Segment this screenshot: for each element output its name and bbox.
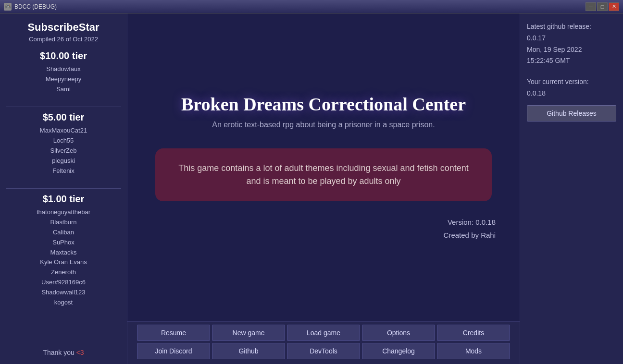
window-controls: ─ □ ✕ [586, 2, 619, 11]
github-button[interactable]: Github [212, 343, 285, 359]
window-title: BDCC (DEBUG) [14, 3, 586, 10]
sidebar-title: SubscribeStar [6, 21, 121, 34]
current-version-info: Your current version: 0.0.18 [527, 76, 616, 99]
left-sidebar: SubscribeStar Compiled 26 of Oct 2022 $1… [0, 13, 127, 364]
game-subtitle: An erotic text-based rpg about being a p… [212, 121, 435, 129]
credits-button[interactable]: Credits [437, 325, 510, 341]
maximize-button[interactable]: □ [597, 2, 608, 11]
right-sidebar: Latest github release: 0.0.17 Mon, 19 Se… [520, 13, 623, 364]
title-bar: 🎮 BDCC (DEBUG) ─ □ ✕ [0, 0, 623, 13]
warning-box: This game contains a lot of adult themes… [155, 148, 492, 201]
tier-3-members: thatoneguyatthebarBlastburnCalibanSuPhox… [6, 207, 121, 307]
github-releases-button[interactable]: Github Releases [527, 105, 616, 121]
mods-button[interactable]: Mods [437, 343, 510, 359]
tier-1-members: ShadowfauxMeepyneepySami [6, 64, 121, 94]
options-button[interactable]: Options [362, 325, 435, 341]
version-label: Version: 0.0.18 [444, 216, 496, 229]
app-icon: 🎮 [4, 3, 12, 11]
button-row-1: Resume New game Load game Options Credit… [132, 325, 515, 341]
created-by: Created by Rahi [444, 229, 496, 242]
divider-2 [6, 188, 121, 189]
release-info: Latest github release: 0.0.17 Mon, 19 Se… [527, 21, 616, 67]
thank-you: Thank you <3 [6, 344, 121, 356]
divider-1 [6, 107, 121, 107]
close-button[interactable]: ✕ [609, 2, 619, 11]
load-game-button[interactable]: Load game [287, 325, 360, 341]
main-content: SubscribeStar Compiled 26 of Oct 2022 $1… [0, 13, 623, 364]
game-title: Broken Dreams Correctional Center [181, 94, 466, 115]
resume-button[interactable]: Resume [137, 325, 210, 341]
latest-release-label: Latest github release: [527, 23, 591, 30]
game-main: Broken Dreams Correctional Center An ero… [127, 13, 520, 321]
current-version-value: 0.0.18 [527, 89, 546, 97]
heart-icon: <3 [76, 349, 84, 356]
current-version-label: Your current version: [527, 78, 589, 85]
center-area: Broken Dreams Correctional Center An ero… [127, 13, 520, 364]
version-info: Version: 0.0.18 Created by Rahi [444, 216, 505, 242]
devtools-button[interactable]: DevTools [287, 343, 360, 359]
tier-2-title: $5.00 tier [6, 112, 121, 123]
tier-1-title: $10.00 tier [6, 50, 121, 61]
changelog-button[interactable]: Changelog [362, 343, 435, 359]
join-discord-button[interactable]: Join Discord [137, 343, 210, 359]
tier-3-title: $1.00 tier [6, 194, 121, 205]
tier-2-members: MaxMaxouCat21Loch55SilverZebpieguskiFelt… [6, 126, 121, 176]
thank-you-text: Thank you [43, 349, 74, 356]
minimize-button[interactable]: ─ [586, 2, 596, 11]
latest-version: 0.0.17 [527, 34, 546, 42]
latest-time: 15:22:45 GMT [527, 57, 570, 64]
sidebar-compiled: Compiled 26 of Oct 2022 [6, 36, 121, 43]
latest-date: Mon, 19 Sep 2022 [527, 46, 582, 53]
button-row-2: Join Discord Github DevTools Changelog M… [132, 343, 515, 359]
new-game-button[interactable]: New game [212, 325, 285, 341]
bottom-buttons: Resume New game Load game Options Credit… [127, 321, 520, 364]
